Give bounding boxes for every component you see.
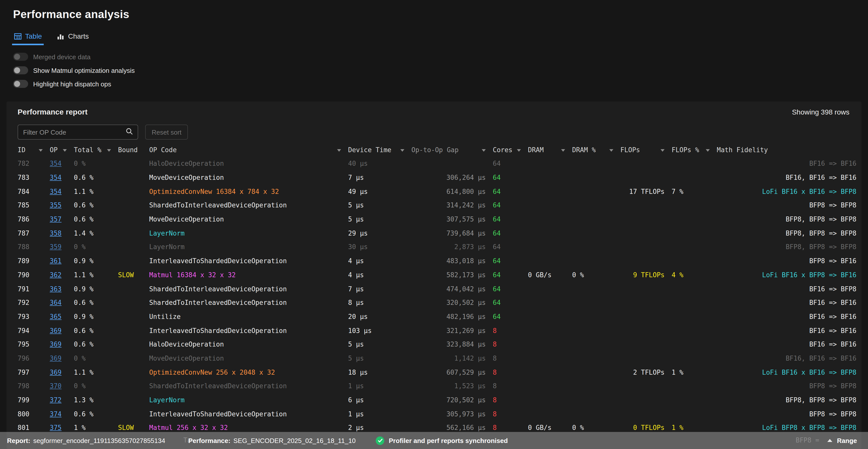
- column-header-fidelity[interactable]: Math Fidelity: [717, 146, 857, 154]
- cell-cores: 64: [493, 257, 521, 265]
- op-link[interactable]: 358: [50, 229, 62, 237]
- cell-op: 369: [50, 368, 67, 376]
- table-row[interactable]: 7943690.6 %InterleavedToShardedDeviceOpe…: [18, 324, 857, 338]
- report-status-value: segformer_encoder_11911356357027855134: [33, 437, 165, 444]
- column-header-dram[interactable]: DRAM: [528, 146, 565, 154]
- column-header-device_time[interactable]: Device Time: [348, 146, 404, 154]
- table-row[interactable]: 7823540 %HaloDeviceOperation40 µs64BF16 …: [18, 157, 857, 170]
- sort-arrow-icon[interactable]: [517, 149, 521, 152]
- cell-id: 793: [18, 313, 43, 320]
- sort-arrow-icon[interactable]: [660, 149, 664, 152]
- op-link[interactable]: 369: [50, 341, 62, 348]
- table-row[interactable]: 7863570.6 %MoveDeviceOperation5 µs307,57…: [18, 213, 857, 226]
- op-link[interactable]: 354: [50, 174, 62, 181]
- toggle-highlight-high-dispatch[interactable]: Highlight high dispatch ops: [13, 80, 855, 88]
- toggle-switch-icon[interactable]: [13, 66, 28, 74]
- reset-sort-button[interactable]: Reset sort: [145, 125, 188, 140]
- cell-device_time: 29 µs: [348, 229, 404, 237]
- cell-fidelity: BFP8 => BFP8: [717, 202, 857, 209]
- op-link[interactable]: 363: [50, 285, 62, 293]
- tab-table[interactable]: Table: [13, 31, 43, 45]
- sort-arrow-icon[interactable]: [337, 149, 341, 152]
- filter-text-field[interactable]: [23, 128, 126, 136]
- column-header-cores[interactable]: Cores: [493, 146, 521, 154]
- toggle-merged-device-data[interactable]: Merged device data: [13, 53, 855, 61]
- table-row[interactable]: 7893610.9 %InterleavedToShardedDeviceOpe…: [18, 254, 857, 268]
- cell-gap: 305,973 µs: [411, 410, 486, 418]
- op-link[interactable]: 354: [50, 188, 62, 195]
- toggle-show-matmul-optimization[interactable]: Show Matmul optimization analysis: [13, 66, 855, 74]
- sort-arrow-icon[interactable]: [63, 149, 67, 152]
- cell-device_time: 40 µs: [348, 160, 404, 167]
- cell-cores: 8: [493, 355, 521, 362]
- op-link[interactable]: 370: [50, 382, 62, 390]
- cell-id: 801: [18, 424, 43, 432]
- filter-op-code-input[interactable]: [18, 125, 138, 140]
- column-header-op_code[interactable]: OP Code: [149, 146, 341, 154]
- tab-charts[interactable]: Charts: [56, 31, 90, 45]
- op-link[interactable]: 375: [50, 424, 62, 432]
- op-link[interactable]: 364: [50, 299, 62, 307]
- sort-arrow-icon[interactable]: [561, 149, 565, 152]
- column-header-op[interactable]: OP: [50, 146, 67, 154]
- table-row[interactable]: 7953690.6 %HaloDeviceOperation5 µs323,88…: [18, 338, 857, 351]
- op-link[interactable]: 369: [50, 355, 62, 362]
- column-header-bound[interactable]: Bound: [118, 146, 142, 154]
- op-link[interactable]: 374: [50, 410, 62, 418]
- column-header-flops[interactable]: FLOPs: [620, 146, 664, 154]
- table-row[interactable]: 7853550.6 %ShardedToInterleavedDeviceOpe…: [18, 198, 857, 212]
- table-row[interactable]: 7913630.9 %ShardedToInterleavedDeviceOpe…: [18, 282, 857, 295]
- op-link[interactable]: 365: [50, 313, 62, 320]
- column-header-flops_pct[interactable]: FLOPs %: [672, 146, 710, 154]
- sort-arrow-icon[interactable]: [609, 149, 613, 152]
- toggle-switch-icon[interactable]: [13, 53, 28, 61]
- sort-arrow-icon[interactable]: [706, 149, 710, 152]
- sort-arrow-icon[interactable]: [400, 149, 404, 152]
- op-link[interactable]: 361: [50, 257, 62, 265]
- op-link[interactable]: 354: [50, 160, 62, 167]
- table-row[interactable]: 7933650.9 %Untilize20 µs482,196 µs64BF16…: [18, 310, 857, 323]
- cell-id: 784: [18, 188, 43, 195]
- cell-device_time: 4 µs: [348, 257, 404, 265]
- op-link[interactable]: 359: [50, 243, 62, 251]
- table-row[interactable]: 7963690 %MoveDeviceOperation5 µs1,142 µs…: [18, 351, 857, 365]
- table-row[interactable]: 7923640.6 %ShardedToInterleavedDeviceOpe…: [18, 296, 857, 310]
- column-header-total[interactable]: Total %: [74, 146, 111, 154]
- column-header-id[interactable]: ID: [18, 146, 43, 154]
- table-row[interactable]: 8003740.6 %InterleavedToShardedDeviceOpe…: [18, 407, 857, 421]
- status-bar: Report: segformer_encoder_11911356357027…: [0, 432, 868, 449]
- cell-cores: 64: [493, 229, 521, 237]
- column-header-dram_pct[interactable]: DRAM %: [572, 146, 613, 154]
- table-row[interactable]: 7903621.1 %SLOWMatmul 16384 x 32 x 324 µ…: [18, 268, 857, 282]
- cell-op_code: ShardedToInterleavedDeviceOperation: [149, 202, 341, 209]
- cell-device_time: 1 µs: [348, 410, 404, 418]
- table-row[interactable]: 7843541.1 %OptimizedConvNew 16384 x 784 …: [18, 185, 857, 198]
- cell-gap: 2,873 µs: [411, 243, 486, 251]
- op-link[interactable]: 357: [50, 216, 62, 223]
- column-header-gap[interactable]: Op-to-Op Gap: [411, 146, 486, 154]
- table-row[interactable]: 7873581.4 %LayerNorm29 µs739,684 µs64BFP…: [18, 226, 857, 240]
- op-link[interactable]: 369: [50, 368, 62, 376]
- sort-arrow-icon[interactable]: [39, 149, 43, 152]
- op-link[interactable]: 369: [50, 327, 62, 334]
- sort-arrow-icon[interactable]: [107, 149, 111, 152]
- op-link[interactable]: 362: [50, 271, 62, 279]
- op-link[interactable]: 355: [50, 202, 62, 209]
- sort-arrow-icon[interactable]: [482, 149, 486, 152]
- cell-total: 1.4 %: [74, 229, 111, 237]
- table-row[interactable]: 7883590 %LayerNorm30 µs2,873 µs64BFP8, B…: [18, 240, 857, 254]
- table-row[interactable]: 7973691.1 %OptimizedConvNew 256 x 2048 x…: [18, 365, 857, 379]
- toggle-switch-icon[interactable]: [13, 80, 28, 88]
- table-row[interactable]: 7983700 %ShardedToInterleavedDeviceOpera…: [18, 379, 857, 393]
- cell-op: 375: [50, 424, 67, 432]
- cell-fidelity: BF16, BF16 => BF16: [717, 174, 857, 181]
- cell-gap: 1,523 µs: [411, 382, 486, 390]
- cell-id: 786: [18, 216, 43, 223]
- cell-device_time: 103 µs: [348, 327, 404, 334]
- range-button[interactable]: Range: [828, 437, 857, 444]
- table-row[interactable]: 7833540.6 %MoveDeviceOperation7 µs306,26…: [18, 170, 857, 184]
- op-link[interactable]: 372: [50, 396, 62, 404]
- table-row[interactable]: 7993721.3 %LayerNorm6 µs720,502 µs8BFP8,…: [18, 393, 857, 407]
- cell-id: 800: [18, 410, 43, 418]
- cell-total: 0 %: [74, 243, 111, 251]
